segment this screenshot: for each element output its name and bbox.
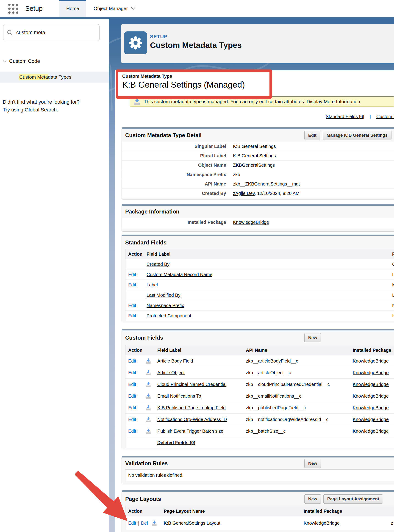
field-label-link[interactable]: Article Object xyxy=(157,370,185,375)
detail-buttons: Edit Manage K:B General Settings xyxy=(304,131,391,140)
delete-action-link[interactable]: Del xyxy=(141,521,148,526)
sidebar-section-label: Custom Code xyxy=(9,58,40,64)
page-layouts-table: Action Page Layout Name Installed Packag… xyxy=(125,506,394,530)
new-page-layout-button[interactable]: New xyxy=(304,494,321,504)
setup-sidebar: Custom Code Custom Metadata Types Didn't… xyxy=(0,19,109,532)
quick-link-custom-fields[interactable]: Custom F xyxy=(376,114,394,119)
app-title: Setup xyxy=(25,0,43,17)
installed-package-link[interactable]: KnowledgeBridge xyxy=(233,220,269,225)
page-eyebrow: SETUP xyxy=(150,34,167,40)
section-custom-fields-header: Custom Fields New xyxy=(122,331,394,345)
table-row: Edit | Del K:B GeneralSettings Layout Kn… xyxy=(125,516,394,530)
display-more-information-link[interactable]: Display More Information xyxy=(307,99,360,104)
installed-package-link[interactable]: KnowledgeBridge xyxy=(353,358,389,364)
table-row: Edit Label M xyxy=(125,279,394,290)
section-custom-fields-title: Custom Fields xyxy=(125,335,163,341)
search-match-highlight: Custom Meta xyxy=(19,74,48,80)
custom-fields-buttons: New xyxy=(304,333,321,342)
installed-package-link[interactable]: KnowledgeBridge xyxy=(304,521,340,526)
detail-row: Singular LabelK:B General Settings xyxy=(122,142,394,151)
detail-row: Plural LabelK:B General Settings xyxy=(122,151,394,160)
search-icon xyxy=(7,29,13,36)
app-launcher-icon[interactable] xyxy=(8,4,18,14)
quick-link-standard-fields[interactable]: Standard Fields [6] xyxy=(326,114,364,119)
edit-action-link[interactable]: Edit xyxy=(128,417,136,422)
setup-gear-tile xyxy=(124,31,147,54)
edit-button[interactable]: Edit xyxy=(304,131,320,140)
field-label-link[interactable]: Custom Metadata Record Name xyxy=(146,272,212,277)
chevron-down-icon xyxy=(2,60,7,63)
installed-package-link[interactable]: KnowledgeBridge xyxy=(353,393,389,399)
edit-action-link[interactable]: Edit xyxy=(128,429,136,434)
tab-object-manager[interactable]: Object Manager xyxy=(89,0,140,17)
tab-home-label: Home xyxy=(66,6,79,11)
section-package-information-title: Package Information xyxy=(125,208,179,215)
table-header-row: Action Field Label F xyxy=(125,249,394,259)
package-install-icon xyxy=(145,416,151,423)
sidebar-item-custom-metadata-types[interactable]: Custom Metadata Types xyxy=(0,72,109,83)
field-label-link[interactable]: Publish Event Trigger Batch size xyxy=(157,429,223,434)
gear-icon xyxy=(128,36,143,50)
field-label-link[interactable]: Notifications Org-Wide Address ID xyxy=(157,417,227,422)
field-label-link[interactable]: Email Notifications To xyxy=(157,393,201,399)
table-row: Edit Email Notifications To zkb__emailNo… xyxy=(125,390,394,402)
installed-package-link[interactable]: KnowledgeBridge xyxy=(353,405,389,410)
installed-package-link[interactable]: KnowledgeBridge xyxy=(353,417,389,422)
header-divider xyxy=(0,17,394,19)
new-custom-field-button[interactable]: New xyxy=(304,333,321,342)
edit-action-link[interactable]: Edit xyxy=(128,521,136,526)
detail-row: Namespace Prefixzkb xyxy=(122,170,394,179)
sidebar-search-box xyxy=(3,24,99,41)
record-type-label: Custom Metadata Type xyxy=(122,74,172,79)
deleted-fields-row: Deleted Fields (0) xyxy=(125,437,394,448)
edit-action-link[interactable]: Edit xyxy=(128,405,136,410)
edit-action-link[interactable]: Edit xyxy=(128,303,136,308)
field-label-link[interactable]: Namespace Prefix xyxy=(146,303,184,308)
package-install-icon xyxy=(145,381,151,387)
field-label-link[interactable]: Protected Component xyxy=(146,313,191,319)
edit-action-link[interactable]: Edit xyxy=(128,313,136,319)
edit-action-link[interactable]: Edit xyxy=(128,358,136,364)
section-page-layouts: Page Layouts New Page Layout Assignment … xyxy=(122,490,394,532)
package-install-icon xyxy=(145,428,151,434)
field-label-link[interactable]: Created By xyxy=(146,262,170,267)
installed-package-link[interactable]: KnowledgeBridge xyxy=(353,382,389,387)
table-row: Edit K:B Published Page Lookup Field zkb… xyxy=(125,402,394,413)
content-panel: Custom Metadata Type K:B General Setting… xyxy=(115,70,394,532)
detail-row: Installed Package KnowledgeBridge xyxy=(122,218,394,227)
section-custom-fields: Custom Fields New Action Field Label API… xyxy=(122,329,394,449)
sidebar-item-custom-code[interactable]: Custom Code xyxy=(2,58,40,64)
section-standard-fields: Standard Fields Action Field Label F Cre… xyxy=(122,235,394,322)
quick-link-separator: | xyxy=(370,114,371,119)
tab-home[interactable]: Home xyxy=(59,0,86,17)
action-separator: | xyxy=(136,521,141,526)
section-standard-fields-header: Standard Fields xyxy=(122,236,394,249)
edit-action-link[interactable]: Edit xyxy=(128,393,136,399)
installed-package-link[interactable]: KnowledgeBridge xyxy=(353,370,389,375)
created-by-user-link[interactable]: zAgile Dev xyxy=(233,191,254,196)
new-validation-rule-button[interactable]: New xyxy=(304,459,321,468)
quick-find-input[interactable] xyxy=(16,29,93,36)
edit-action-link[interactable]: Edit xyxy=(128,382,136,387)
manage-records-button[interactable]: Manage K:B General Settings xyxy=(323,131,391,140)
deleted-fields-link[interactable]: Deleted Fields (0) xyxy=(157,440,195,445)
field-label-link[interactable]: Label xyxy=(146,282,158,288)
section-detail-title: Custom Metadata Type Detail xyxy=(125,132,202,139)
edit-action-link[interactable]: Edit xyxy=(128,272,136,277)
page-layout-assignment-button[interactable]: Page Layout Assignment xyxy=(323,494,383,504)
field-label-link[interactable]: Last Modified By xyxy=(146,293,181,298)
field-label-link[interactable]: Article Body Field xyxy=(157,358,193,364)
table-header-row: Action Field Label API Name Installed Pa… xyxy=(125,345,394,355)
truncated-link[interactable]: z xyxy=(391,521,393,526)
section-standard-fields-title: Standard Fields xyxy=(125,239,166,246)
custom-fields-table: Action Field Label API Name Installed Pa… xyxy=(125,345,394,448)
edit-action-link[interactable]: Edit xyxy=(128,370,136,375)
field-label-link[interactable]: K:B Published Page Lookup Field xyxy=(157,405,226,410)
edit-action-link[interactable]: Edit xyxy=(128,282,136,288)
sidebar-item-label: Custom Metadata Types xyxy=(19,74,71,80)
table-row: Edit Custom Metadata Record Name D xyxy=(125,269,394,279)
field-label-link[interactable]: Cloud Principal Named Credential xyxy=(157,382,226,387)
section-validation-rules-title: Validation Rules xyxy=(125,460,168,467)
page-layouts-buttons: New Page Layout Assignment xyxy=(304,494,383,504)
installed-package-link[interactable]: KnowledgeBridge xyxy=(353,429,389,434)
